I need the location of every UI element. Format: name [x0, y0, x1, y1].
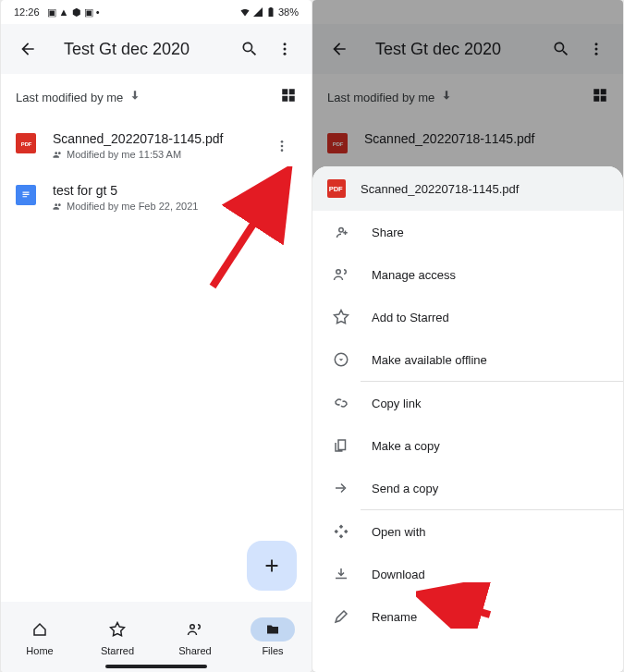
- shared-icon: [53, 150, 63, 160]
- shared-icon: [53, 202, 63, 212]
- nav-files[interactable]: Files: [234, 602, 312, 672]
- send-icon: [331, 480, 351, 496]
- file-meta: Modified by me Feb 22, 2021: [53, 201, 267, 212]
- menu-make-copy[interactable]: Make a copy: [312, 424, 623, 467]
- status-icons: ▣ ▲ ⬢ ▣ •: [47, 6, 100, 18]
- wifi-icon: [239, 6, 251, 18]
- app-bar: Test Gt dec 2020: [1, 24, 312, 74]
- menu-open-with[interactable]: Open with: [312, 510, 623, 553]
- sheet-title: Scanned_20220718-1145.pdf: [361, 182, 519, 196]
- more-vert-icon: [275, 139, 289, 153]
- search-button[interactable]: [232, 31, 267, 67]
- phone-right: 12:26 ▣ ▲ ⬢ ▣ • 39% Test Gt dec 2020 Las…: [312, 0, 623, 672]
- battery-pct: 38%: [278, 6, 299, 18]
- menu-rename[interactable]: Rename: [312, 595, 623, 638]
- grid-icon: [280, 87, 297, 104]
- svg-point-9: [281, 201, 284, 203]
- plus-icon: [262, 556, 282, 576]
- menu-share[interactable]: Share: [312, 211, 623, 253]
- more-vert-icon: [275, 190, 289, 205]
- svg-point-5: [281, 145, 284, 148]
- offline-icon: [331, 351, 351, 368]
- file-meta: Modified by me 11:53 AM: [53, 149, 267, 160]
- home-icon: [31, 621, 48, 638]
- signal-icon: [252, 6, 263, 18]
- menu-manage-access[interactable]: Manage access: [312, 253, 623, 296]
- svg-text:PDF: PDF: [329, 185, 343, 193]
- file-row-pdf[interactable]: PDF Scanned_20220718-1145.pdf Modified b…: [1, 120, 312, 172]
- bottom-sheet: PDF Scanned_20220718-1145.pdf Share Mana…: [312, 166, 623, 672]
- svg-point-4: [281, 141, 284, 143]
- file-more-button[interactable]: [267, 131, 297, 161]
- svg-point-0: [284, 43, 287, 45]
- pencil-icon: [331, 608, 351, 625]
- svg-point-2: [284, 53, 287, 55]
- star-icon: [331, 309, 351, 325]
- file-name: Scanned_20220718-1145.pdf: [53, 131, 267, 146]
- nav-shared[interactable]: Shared: [156, 602, 234, 672]
- new-fab[interactable]: [247, 541, 297, 591]
- file-more-button[interactable]: [267, 183, 297, 213]
- phone-left: 12:26 ▣ ▲ ⬢ ▣ • 38% Test Gt dec 2020 Las…: [1, 0, 312, 672]
- sort-arrow-icon: [128, 89, 141, 105]
- copy-icon: [331, 437, 351, 454]
- grid-view-button[interactable]: [280, 87, 297, 107]
- pdf-icon: PDF: [16, 133, 36, 153]
- people-icon: [187, 621, 203, 638]
- menu-offline[interactable]: Make available offline: [312, 338, 623, 381]
- download-icon: [331, 566, 351, 582]
- svg-text:PDF: PDF: [21, 141, 32, 147]
- search-icon: [240, 40, 259, 58]
- menu-send-copy[interactable]: Send a copy: [312, 467, 623, 509]
- nav-starred[interactable]: Starred: [79, 602, 156, 672]
- menu-copy-link[interactable]: Copy link: [312, 382, 623, 424]
- doc-icon: [16, 185, 36, 205]
- gesture-bar: [105, 665, 207, 668]
- status-bar: 12:26 ▣ ▲ ⬢ ▣ • 38%: [1, 0, 312, 24]
- back-button[interactable]: [10, 31, 45, 67]
- sheet-header: PDF Scanned_20220718-1145.pdf: [312, 166, 623, 211]
- back-icon: [18, 40, 37, 58]
- star-icon: [109, 621, 126, 638]
- share-icon: [331, 224, 351, 240]
- nav-home[interactable]: Home: [1, 602, 79, 672]
- pdf-icon: PDF: [327, 179, 346, 198]
- overflow-button[interactable]: [267, 31, 302, 67]
- sort-label: Last modified by me: [16, 91, 123, 104]
- apps-icon: [331, 523, 351, 540]
- svg-point-6: [281, 149, 284, 152]
- folder-title: Test Gt dec 2020: [64, 40, 232, 59]
- bottom-nav: Home Starred Shared Files: [1, 602, 312, 672]
- file-row-doc[interactable]: test for gt 5 Modified by me Feb 22, 202…: [1, 172, 312, 224]
- menu-add-starred[interactable]: Add to Starred: [312, 296, 623, 338]
- svg-point-7: [281, 192, 284, 195]
- status-time: 12:26: [14, 6, 40, 18]
- battery-icon: [265, 6, 276, 18]
- svg-point-1: [284, 48, 287, 51]
- svg-point-8: [281, 197, 284, 200]
- menu-download[interactable]: Download: [312, 553, 623, 595]
- sort-bar[interactable]: Last modified by me: [1, 74, 312, 120]
- folder-icon: [264, 621, 281, 638]
- more-vert-icon: [276, 41, 293, 57]
- file-name: test for gt 5: [53, 183, 267, 198]
- people-icon: [331, 266, 351, 283]
- link-icon: [331, 395, 351, 411]
